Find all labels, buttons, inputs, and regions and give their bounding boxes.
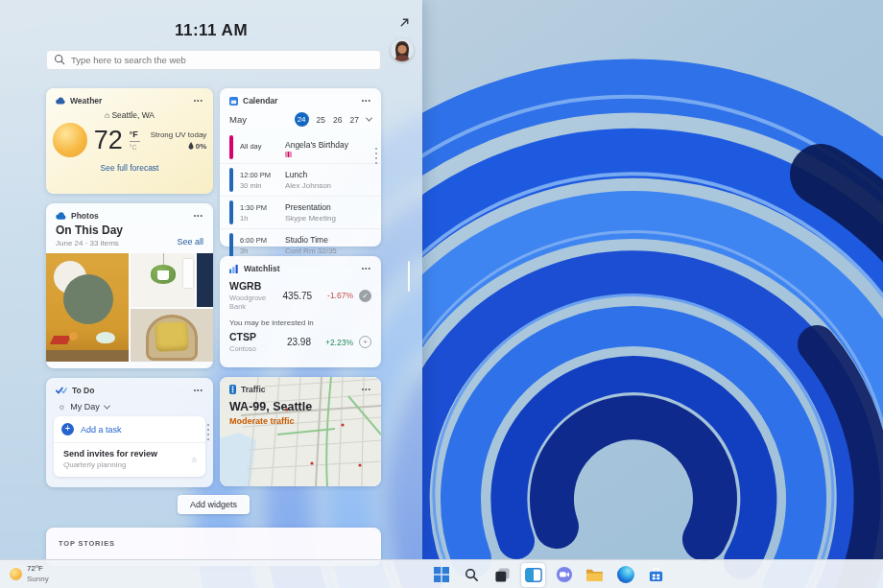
todo-list-selector[interactable]: ☼ My Day bbox=[46, 395, 213, 412]
task-view-icon bbox=[494, 567, 511, 583]
event-title: Presentation bbox=[285, 202, 336, 212]
photo-wicker-chair[interactable] bbox=[131, 309, 213, 363]
event-color-bar bbox=[229, 200, 233, 224]
task-subtitle: Quarterly planning bbox=[63, 460, 157, 469]
calendar-day-27[interactable]: 27 bbox=[350, 115, 359, 125]
taskbar-icons bbox=[429, 562, 668, 587]
traffic-menu-button[interactable]: ••• bbox=[362, 386, 371, 393]
traffic-status: Moderate traffic bbox=[229, 416, 371, 426]
edge-button[interactable] bbox=[613, 563, 637, 587]
taskbar: 72°F Sunny bbox=[0, 559, 883, 588]
chat-button[interactable] bbox=[552, 563, 576, 587]
event-color-bar bbox=[229, 168, 233, 192]
my-day-sun-icon: ☼ bbox=[58, 402, 65, 412]
photo-dark-sliver[interactable] bbox=[197, 253, 213, 307]
photo-hanging-plant[interactable] bbox=[131, 253, 195, 307]
photo-detail bbox=[155, 321, 189, 352]
start-button[interactable] bbox=[429, 563, 453, 587]
event-subtitle: Skype Meeting bbox=[285, 214, 336, 223]
calendar-expand-chevron[interactable] bbox=[366, 115, 372, 122]
panel-scrollbar-thumb[interactable] bbox=[408, 261, 411, 292]
weather-menu-button[interactable]: ••• bbox=[194, 97, 203, 105]
todo-task-row[interactable]: Send invites for review Quarterly planni… bbox=[54, 443, 205, 477]
stock-price: 23.98 bbox=[287, 337, 311, 347]
chevron-down-icon bbox=[104, 402, 110, 409]
taskbar-sun-icon bbox=[10, 568, 22, 580]
calendar-day-25[interactable]: 25 bbox=[317, 115, 325, 125]
calendar-month: May bbox=[229, 114, 247, 125]
photo-detail bbox=[96, 332, 115, 343]
expand-icon bbox=[398, 16, 411, 29]
event-time: 12:00 PM bbox=[240, 171, 278, 179]
expand-panel-button[interactable] bbox=[394, 12, 415, 33]
user-avatar[interactable] bbox=[391, 38, 414, 61]
event-subtitle: Conf Rm 32/35 bbox=[285, 247, 337, 255]
weather-location-label: Seattle, WA bbox=[111, 110, 155, 120]
todo-title: To Do bbox=[72, 386, 94, 395]
calendar-menu-button[interactable]: ••• bbox=[362, 97, 371, 105]
web-search-bar bbox=[46, 50, 381, 70]
birthday-gift-icon bbox=[285, 152, 292, 157]
photo-collage bbox=[46, 253, 213, 362]
todo-list-label: My Day bbox=[70, 402, 100, 412]
watchlist-suggestion: You may be interested in bbox=[220, 311, 381, 329]
file-explorer-button[interactable] bbox=[583, 563, 607, 587]
photo-still-life[interactable] bbox=[46, 253, 129, 362]
widgets-icon bbox=[525, 567, 542, 583]
task-view-button[interactable] bbox=[490, 563, 514, 587]
calendar-day-24[interactable]: 24 bbox=[295, 112, 309, 127]
event-duration: 30 min bbox=[240, 181, 278, 190]
watchlist-row[interactable]: WGRB Woodgrove Bank 435.75 -1.67% ✓ bbox=[220, 273, 381, 311]
traffic-widget[interactable]: Traffic ••• WA-99, Seattle Moderate traf… bbox=[220, 377, 381, 486]
watchlist-widget-icon bbox=[229, 265, 239, 273]
widgets-button[interactable] bbox=[521, 563, 545, 587]
calendar-event-row[interactable]: 12:00 PM30 min LunchAlex Johnson bbox=[220, 163, 381, 196]
file-explorer-icon bbox=[585, 567, 604, 582]
add-widgets-button[interactable]: Add widgets bbox=[178, 495, 250, 514]
photos-see-all-link[interactable]: See all bbox=[177, 237, 203, 247]
weather-location[interactable]: ⌂ Seattle, WA bbox=[46, 110, 213, 120]
traffic-heading: WA-99, Seattle bbox=[229, 400, 371, 413]
stock-price: 435.75 bbox=[283, 291, 313, 301]
watchlist-widget[interactable]: Watchlist ••• WGRB Woodgrove Bank 435.75… bbox=[220, 256, 381, 367]
calendar-event-row[interactable]: All day Angela's Birthday bbox=[220, 131, 381, 163]
stock-name: Contoso bbox=[229, 344, 256, 353]
see-full-forecast-link[interactable]: See full forecast bbox=[46, 163, 213, 173]
event-time: All day bbox=[240, 142, 278, 151]
todo-widget[interactable]: To Do ••• ☼ My Day + Add a task bbox=[46, 378, 213, 487]
photos-heading: On This Day bbox=[56, 223, 123, 237]
photo-detail bbox=[46, 350, 129, 362]
calendar-scroll-dots[interactable] bbox=[375, 148, 377, 164]
todo-menu-button[interactable]: ••• bbox=[194, 387, 203, 394]
todo-scroll-dots[interactable] bbox=[207, 424, 209, 440]
calendar-day-26[interactable]: 26 bbox=[333, 115, 342, 125]
event-title: Lunch bbox=[285, 170, 331, 179]
watchlist-row[interactable]: CTSP Contoso 23.98 +2.23% + bbox=[220, 329, 381, 353]
photo-detail bbox=[157, 270, 169, 280]
unit-fahrenheit: °F bbox=[130, 130, 138, 139]
add-task-button[interactable]: + Add a task bbox=[54, 416, 205, 443]
event-duration: 1h bbox=[240, 214, 278, 223]
taskbar-search-button[interactable] bbox=[460, 563, 484, 587]
watchlist-added-icon[interactable]: ✓ bbox=[359, 290, 371, 302]
widgets-panel: 11:11 AM bbox=[0, 0, 422, 559]
taskbar-condition: Sunny bbox=[27, 574, 49, 584]
weather-widget[interactable]: Weather ••• ⌂ Seattle, WA 72 °F °C bbox=[46, 88, 213, 194]
photos-menu-button[interactable]: ••• bbox=[194, 212, 203, 220]
temperature-unit-toggle[interactable]: °F °C bbox=[130, 130, 140, 151]
watchlist-add-icon[interactable]: + bbox=[359, 336, 371, 348]
search-input[interactable] bbox=[46, 50, 381, 70]
photo-detail bbox=[63, 274, 113, 324]
watchlist-menu-button[interactable]: ••• bbox=[362, 265, 371, 272]
photo-detail bbox=[50, 336, 71, 344]
weather-widget-icon bbox=[56, 97, 65, 105]
weather-title: Weather bbox=[70, 96, 102, 106]
todo-task-card: + Add a task Send invites for review Qua… bbox=[54, 416, 205, 477]
taskbar-weather-chip[interactable]: 72°F Sunny bbox=[10, 563, 49, 584]
calendar-event-row[interactable]: 1:30 PM1h PresentationSkype Meeting bbox=[220, 196, 381, 228]
calendar-widget[interactable]: Calendar ••• May 24 25 26 27 bbox=[220, 88, 381, 247]
photos-widget[interactable]: Photos ••• On This Day June 24 · 33 item… bbox=[46, 203, 213, 368]
store-button[interactable] bbox=[644, 563, 668, 587]
star-icon[interactable]: ☆ bbox=[191, 455, 198, 466]
chat-icon bbox=[556, 566, 573, 583]
